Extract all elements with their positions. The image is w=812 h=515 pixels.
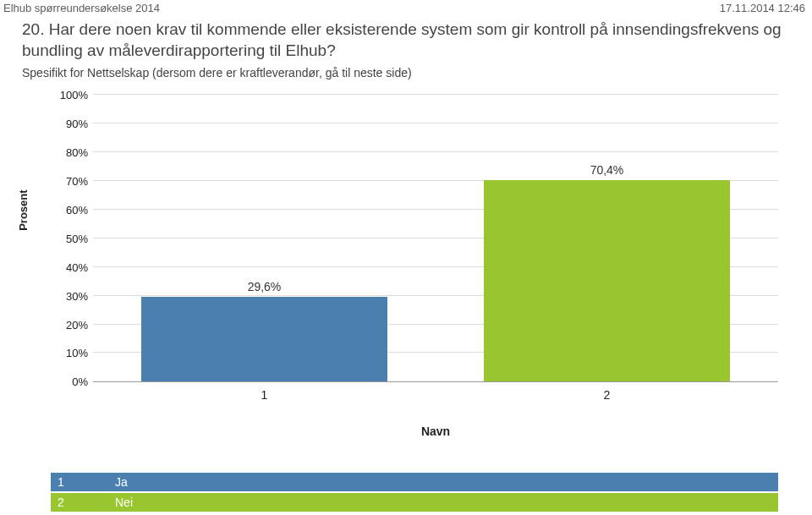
y-tick: 40% — [52, 260, 88, 273]
bar-ja: 29,6% — [141, 297, 388, 381]
question-subtitle: Spesifikt for Nettselskap (dersom dere e… — [22, 66, 790, 79]
x-tick: 2 — [484, 388, 731, 402]
page-header: Elhub spørreundersøkelse 2014 17.11.2014… — [0, 0, 812, 14]
y-tick: 100% — [52, 89, 88, 101]
survey-name: Elhub spørreundersøkelse 2014 — [3, 2, 160, 14]
plot-area: 100% 90% 80% 70% 60% 50% 40% 30% 20% 10%… — [93, 95, 778, 382]
legend-row: 2 Nei — [51, 493, 778, 512]
legend-key: 2 — [51, 496, 108, 509]
x-axis-label: Navn — [93, 425, 778, 438]
timestamp: 17.11.2014 12:46 — [720, 2, 805, 14]
y-tick: 80% — [52, 146, 88, 159]
y-tick: 70% — [52, 175, 88, 188]
chart-area: Prosent 100% 90% 80% 70% 60% 50% 40% 30%… — [51, 95, 778, 408]
legend-label: Ja — [108, 475, 778, 489]
y-tick: 10% — [52, 347, 88, 359]
y-tick: 0% — [52, 375, 88, 388]
x-tick: 1 — [141, 388, 388, 402]
legend-row: 1 Ja — [51, 473, 778, 491]
legend-label: Nei — [108, 496, 778, 509]
question-title: 20. Har dere noen krav til kommende elle… — [22, 19, 790, 61]
legend-key: 1 — [51, 475, 108, 489]
y-tick: 60% — [52, 203, 88, 216]
bar-label: 29,6% — [141, 280, 388, 293]
bar-nei: 70,4% — [484, 180, 731, 382]
y-tick: 30% — [52, 289, 88, 302]
y-tick: 20% — [52, 318, 88, 331]
legend: 1 Ja 2 Nei — [51, 471, 778, 512]
y-tick: 90% — [52, 118, 88, 130]
y-tick: 50% — [52, 232, 88, 244]
y-axis-label: Prosent — [17, 190, 30, 231]
bar-label: 70,4% — [484, 163, 731, 177]
question-block: 20. Har dere noen krav til kommende elle… — [0, 14, 812, 79]
